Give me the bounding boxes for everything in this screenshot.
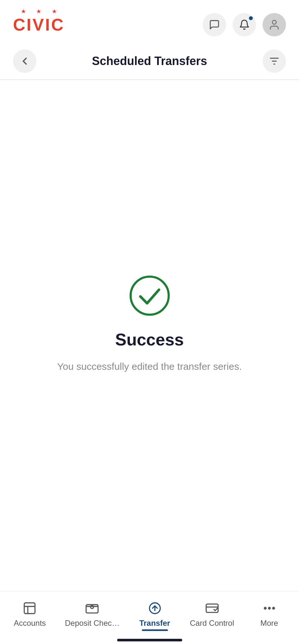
svg-rect-13 (206, 604, 218, 612)
svg-point-17 (273, 607, 275, 609)
header-icons (203, 13, 286, 36)
nav-item-more[interactable]: More (250, 598, 289, 631)
filter-button[interactable] (263, 49, 286, 73)
notification-button[interactable] (233, 13, 256, 36)
active-indicator (142, 629, 168, 631)
card-control-label: Card Control (190, 619, 234, 628)
deposit-check-label: Deposit Chec… (65, 619, 119, 628)
profile-button[interactable] (263, 13, 286, 36)
filter-icon (268, 55, 280, 67)
home-indicator (117, 639, 182, 641)
success-icon (129, 275, 171, 317)
accounts-icon (22, 601, 37, 615)
logo: ★ ★ ★ CIVIC (13, 15, 65, 34)
back-button[interactable] (13, 49, 36, 73)
notification-dot (248, 16, 253, 21)
transfer-icon (148, 601, 162, 615)
nav-item-card-control[interactable]: Card Control (188, 598, 236, 631)
accounts-label: Accounts (14, 619, 46, 628)
logo-text: CIVIC (13, 15, 65, 34)
more-label: More (260, 619, 278, 628)
deposit-check-icon (85, 601, 99, 615)
header: ★ ★ ★ CIVIC (0, 0, 299, 43)
transfer-label: Transfer (139, 619, 170, 628)
notification-icon (239, 19, 250, 30)
main-content: Success You successfully edited the tran… (0, 80, 299, 568)
svg-rect-5 (24, 603, 35, 614)
success-message: You successfully edited the transfer ser… (57, 359, 242, 374)
svg-point-15 (264, 607, 266, 609)
page-title: Scheduled Transfers (36, 54, 263, 68)
chat-button[interactable] (203, 13, 226, 36)
chat-icon (209, 19, 220, 30)
bottom-nav: Accounts Deposit Chec… Transfer Card Con… (0, 591, 299, 644)
nav-item-accounts[interactable]: Accounts (10, 598, 49, 631)
logo-wrapper: ★ ★ ★ CIVIC (13, 15, 65, 34)
logo-star-2: ★ (36, 8, 41, 15)
nav-bar: Scheduled Transfers (0, 43, 299, 79)
profile-icon (268, 19, 280, 31)
svg-point-4 (130, 276, 169, 315)
svg-point-0 (272, 20, 276, 24)
nav-item-deposit-check[interactable]: Deposit Chec… (63, 598, 121, 631)
card-control-icon (205, 601, 219, 615)
success-title: Success (115, 330, 184, 349)
more-icon (262, 601, 277, 615)
nav-item-transfer[interactable]: Transfer (135, 598, 174, 631)
logo-star-1: ★ (21, 8, 26, 15)
back-icon (19, 55, 31, 67)
svg-point-16 (268, 607, 270, 609)
logo-star-3: ★ (52, 8, 57, 15)
